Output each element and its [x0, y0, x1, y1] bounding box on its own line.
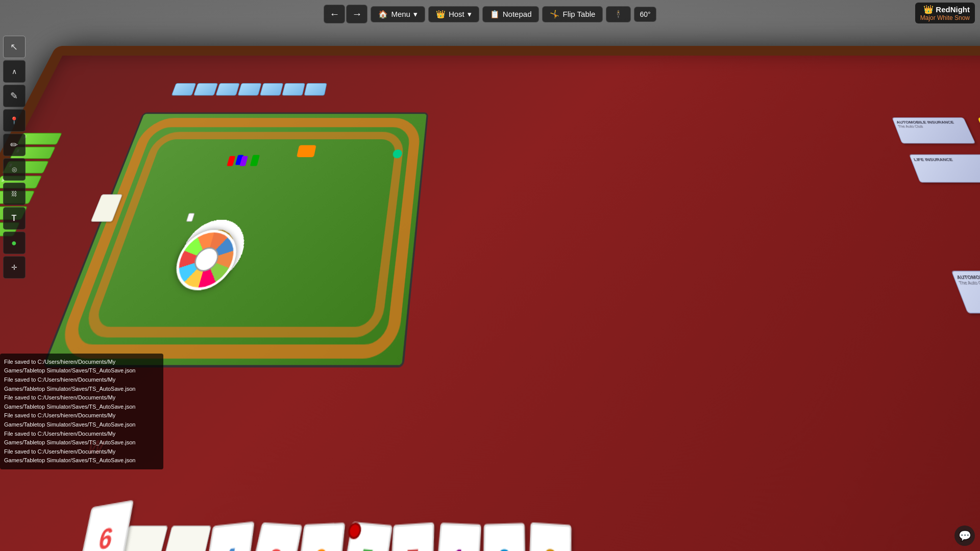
num-card-6[interactable]: 6: [76, 500, 134, 551]
color-tool-button[interactable]: ●: [3, 232, 26, 254]
log-entry-1: File saved to C:/Users/hieren/Documents/…: [4, 358, 159, 367]
lens-icon: ◎: [12, 166, 17, 173]
forward-button[interactable]: →: [346, 5, 368, 23]
num-card-5[interactable]: 5: [339, 522, 393, 551]
game-board[interactable]: [42, 112, 428, 367]
text-tool-button[interactable]: T: [3, 207, 26, 230]
log-entry-8: Games/Tabletop Simulator/Saves/TS_AutoSa…: [4, 420, 159, 430]
orange-piece[interactable]: [297, 145, 316, 157]
log-entry-7: File saved to C:/Users/hieren/Documents/…: [4, 411, 159, 420]
insurance-card-2-area: LIFE INSURANCE: [909, 155, 980, 183]
menu-button[interactable]: 🏠 Menu ▾: [371, 6, 425, 22]
insurance-card-area: AUTOMOBILE INSURANCE The Auto Club: [892, 117, 975, 143]
crown-icon: 👑: [436, 10, 446, 19]
log-entry-11: File saved to C:/Users/hieren/Documents/…: [4, 447, 159, 457]
log-entry-4: Games/Tabletop Simulator/Saves/TS_AutoSa…: [4, 385, 159, 394]
notepad-button[interactable]: 📋 Notepad: [482, 6, 540, 22]
log-entry-3: File saved to C:/Users/hieren/Documents/…: [4, 375, 159, 385]
blue-card-3[interactable]: [215, 83, 240, 95]
figure-button[interactable]: 🕴: [606, 6, 631, 22]
insurance-card-2[interactable]: LIFE INSURANCE: [909, 155, 980, 183]
cards-top-area: [172, 83, 327, 95]
log-entry-2: Games/Tabletop Simulator/Saves/TS_AutoSa…: [4, 366, 159, 375]
link-tool-button[interactable]: ⛓: [3, 183, 26, 205]
table-outer: $ $ $ $ $ $ $ $ $ $ $ $: [31, 31, 980, 551]
num-card-3[interactable]: 3: [528, 522, 572, 551]
blue-card-1[interactable]: [172, 83, 197, 95]
back-button[interactable]: ←: [324, 5, 345, 23]
chat-icon-symbol: 💬: [959, 530, 971, 542]
pin-tool-button[interactable]: 📍: [3, 109, 26, 132]
notepad-icon: 📋: [490, 10, 500, 19]
user-crown-icon: 👑: [923, 5, 934, 14]
log-entry-10: Games/Tabletop Simulator/Saves/TS_AutoSa…: [4, 438, 159, 447]
pin-icon: 📍: [10, 116, 18, 124]
move-tool-button[interactable]: ✛: [3, 256, 26, 279]
log-entry-9: File saved to C:/Users/hieren/Documents/…: [4, 430, 159, 439]
insurance-card-3[interactable]: AUTOMOBILE INSURANCE The Auto Club: [951, 271, 980, 314]
link-icon: ⛓: [11, 190, 17, 197]
spinner-center: [191, 247, 221, 271]
left-toolbar: ↖ ∧ ✎ 📍 ✏ ◎ ⛓ T ● ✛: [0, 31, 28, 279]
user-status: Major White Snow: [920, 14, 970, 21]
user-badge: 👑 RedNight Major White Snow: [915, 3, 975, 23]
blue-card-2[interactable]: [193, 83, 218, 95]
flip-icon: 🤸: [550, 10, 559, 19]
insurance-card-3-area: AUTOMOBILE INSURANCE The Auto Club: [951, 271, 980, 314]
home-icon: 🏠: [378, 10, 388, 19]
pencil-tool-button[interactable]: ✏: [3, 134, 26, 156]
log-entry-12: Games/Tabletop Simulator/Saves/TS_AutoSa…: [4, 456, 159, 465]
num-card-7[interactable]: 7: [389, 522, 434, 551]
flip-table-button[interactable]: 🤸 Flip Table: [542, 6, 603, 22]
menu-chevron: ▾: [413, 10, 418, 19]
log-entry-6: Games/Tabletop Simulator/Saves/TS_AutoSa…: [4, 403, 159, 412]
rotate-tool-button[interactable]: ∧: [3, 60, 26, 83]
move-icon: ✛: [11, 263, 17, 271]
text-icon: T: [12, 214, 17, 223]
cursor-tool-button[interactable]: ↖: [3, 36, 26, 58]
number-cards-row: 4 8 9 5 7 1 2 3: [108, 523, 573, 551]
color-icon: ●: [11, 238, 17, 248]
blue-card-7[interactable]: [304, 83, 327, 95]
log-panel: File saved to C:/Users/hieren/Documents/…: [0, 354, 163, 469]
blue-card-6[interactable]: [282, 83, 305, 95]
draw-icon: ✎: [10, 90, 18, 102]
username: RedNight: [936, 5, 970, 14]
chat-button[interactable]: 💬: [954, 525, 975, 546]
host-button[interactable]: 👑 Host ▾: [428, 6, 479, 22]
blue-card-4[interactable]: [238, 83, 262, 95]
host-chevron: ▾: [468, 10, 472, 19]
figure-icon: 🕴: [614, 10, 623, 19]
pencil-icon: ✏: [10, 139, 18, 151]
insurance-card-1[interactable]: AUTOMOBILE INSURANCE The Auto Club: [892, 117, 975, 143]
angle-button[interactable]: 60°: [634, 7, 656, 22]
num-card-2[interactable]: 2: [483, 523, 526, 551]
lens-tool-button[interactable]: ◎: [3, 158, 26, 181]
rotate-icon: ∧: [12, 67, 17, 76]
log-entry-5: File saved to C:/Users/hieren/Documents/…: [4, 393, 159, 403]
cursor-icon: ↖: [10, 41, 18, 53]
table-surface: $ $ $ $ $ $ $ $ $ $ $ $: [0, 46, 980, 551]
draw-tool-button[interactable]: ✎: [3, 85, 26, 107]
blue-card-5[interactable]: [260, 83, 283, 95]
num-card-1[interactable]: 1: [434, 522, 481, 551]
